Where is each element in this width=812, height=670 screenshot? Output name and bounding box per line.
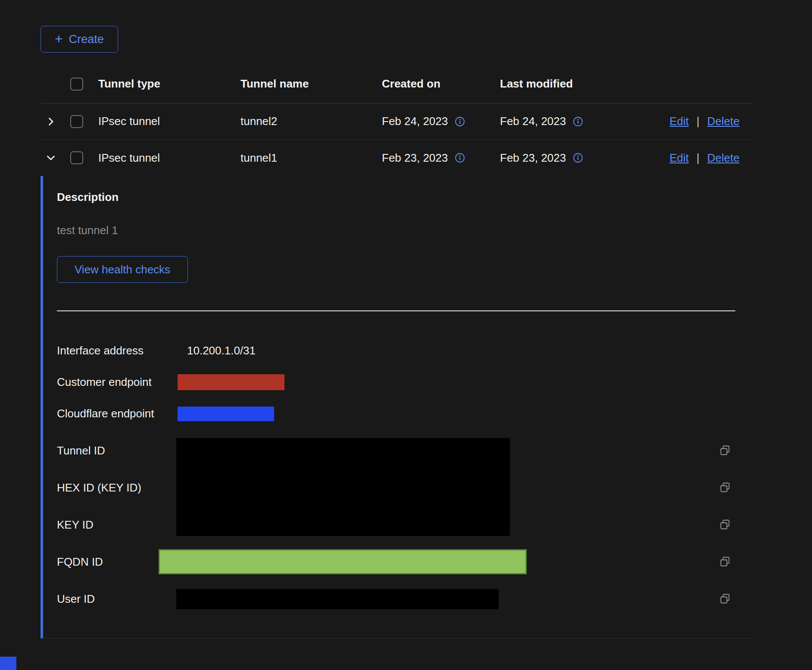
edit-link[interactable]: Edit	[669, 151, 689, 165]
column-header-tunnel-name: Tunnel name	[240, 77, 382, 91]
ipsec-tunnels-page: + Create Tunnel type Tunnel name Created…	[0, 0, 812, 639]
field-label: HEX ID (KEY ID)	[57, 481, 141, 495]
expand-chevron-right-icon[interactable]	[45, 116, 57, 128]
last-modified-value: Feb 24, 2023	[500, 115, 566, 128]
field-cloudflare-endpoint: Cloudflare endpoint	[57, 398, 752, 429]
field-customer-endpoint: Customer endpoint	[57, 366, 752, 398]
tunnel-type-cell: IPsec tunnel	[98, 151, 240, 165]
field-interface-address: Interface address 10.200.1.0/31	[57, 335, 752, 366]
redacted-user-id-value	[176, 589, 499, 609]
view-health-checks-button[interactable]: View health checks	[57, 256, 188, 283]
table-row-tunnel1: IPsec tunnel tunnel1 Feb 23, 2023 Feb 23…	[41, 140, 752, 176]
redacted-cloudflare-endpoint-value	[178, 407, 274, 421]
info-icon[interactable]	[573, 153, 583, 163]
last-modified-value: Feb 23, 2023	[500, 151, 566, 165]
edit-link[interactable]: Edit	[669, 115, 689, 128]
select-all-checkbox[interactable]	[70, 78, 83, 91]
info-icon[interactable]	[455, 153, 465, 163]
copy-user-id-icon[interactable]	[719, 593, 731, 605]
table-row-tunnel2: IPsec tunnel tunnel2 Feb 24, 2023 Feb 24…	[41, 103, 752, 140]
redacted-id-values	[176, 438, 510, 536]
create-button[interactable]: + Create	[41, 26, 118, 53]
column-header-last-modified: Last modified	[500, 77, 664, 91]
info-icon[interactable]	[573, 116, 583, 127]
field-label: Tunnel ID	[57, 444, 105, 457]
redacted-fqdn-id-value	[159, 549, 527, 574]
created-on-value: Feb 24, 2023	[382, 115, 448, 128]
table-header-row: Tunnel type Tunnel name Created on Last …	[41, 65, 752, 103]
tunnels-table: Tunnel type Tunnel name Created on Last …	[41, 65, 752, 639]
copy-hex-id-icon[interactable]	[719, 482, 731, 494]
field-user-id: User ID	[57, 580, 752, 617]
field-label: KEY ID	[57, 518, 94, 532]
plus-icon: +	[55, 32, 63, 46]
description-value: test tunnel 1	[57, 224, 752, 237]
field-label: Customer endpoint	[57, 376, 178, 389]
copy-tunnel-id-icon[interactable]	[719, 445, 731, 457]
row-checkbox[interactable]	[70, 115, 83, 128]
scrollbar-fragment	[0, 657, 16, 670]
create-button-label: Create	[69, 33, 104, 46]
description-heading: Description	[57, 191, 752, 204]
column-header-created-on: Created on	[382, 77, 500, 91]
tunnel-detail-panel: Description test tunnel 1 View health ch…	[41, 176, 752, 639]
column-header-tunnel-type: Tunnel type	[98, 77, 240, 91]
field-label: Interface address	[57, 344, 178, 357]
action-separator: |	[696, 115, 700, 128]
redacted-customer-endpoint-value	[178, 374, 284, 390]
field-label: Cloudflare endpoint	[57, 407, 178, 420]
tunnel-name-cell: tunnel2	[240, 115, 382, 128]
field-group-ids: Tunnel ID HEX ID (KEY ID) KEY ID	[57, 432, 752, 543]
action-separator: |	[696, 151, 700, 165]
tunnel-name-cell: tunnel1	[240, 151, 382, 165]
info-icon[interactable]	[455, 116, 465, 127]
delete-link[interactable]: Delete	[707, 115, 740, 128]
delete-link[interactable]: Delete	[707, 151, 740, 165]
copy-fqdn-id-icon[interactable]	[719, 556, 731, 568]
copy-key-id-icon[interactable]	[719, 519, 731, 531]
created-on-value: Feb 23, 2023	[382, 151, 448, 165]
field-label: User ID	[57, 592, 178, 606]
row-checkbox[interactable]	[70, 151, 83, 164]
interface-address-value: 10.200.1.0/31	[178, 344, 256, 357]
tunnel-type-cell: IPsec tunnel	[98, 115, 240, 128]
section-divider	[57, 310, 735, 311]
tunnel-fields: Interface address 10.200.1.0/31 Customer…	[57, 335, 752, 617]
field-fqdn-id: FQDN ID	[57, 543, 752, 580]
collapse-chevron-down-icon[interactable]	[45, 152, 57, 164]
